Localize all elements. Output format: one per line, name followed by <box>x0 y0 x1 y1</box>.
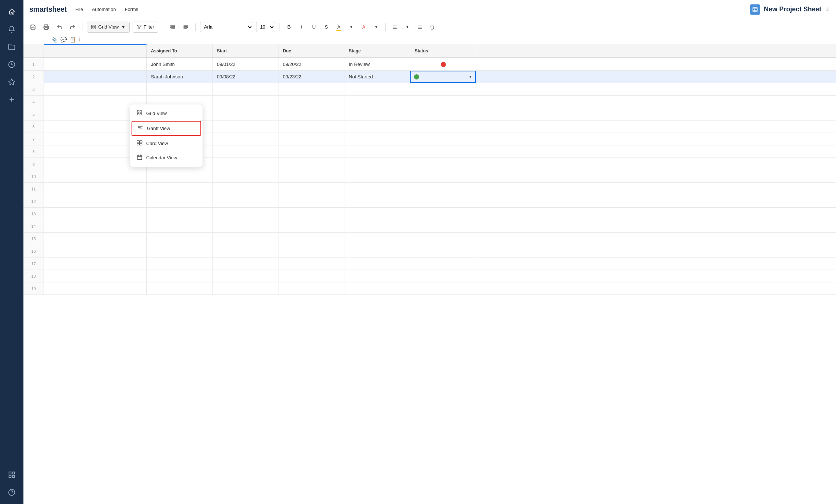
cell-start-7[interactable] <box>212 133 278 145</box>
status-cell-selected[interactable]: ▼ <box>410 71 476 83</box>
cell-start-15[interactable] <box>212 233 278 245</box>
cell-stage-14[interactable] <box>344 220 410 232</box>
cell-primary-2[interactable] <box>44 71 147 83</box>
info-icon[interactable]: ℹ <box>79 37 81 42</box>
italic-button[interactable]: I <box>297 22 306 32</box>
cell-due-15[interactable] <box>278 233 344 245</box>
cell-primary-15[interactable] <box>44 233 147 245</box>
sidebar-folder-icon[interactable] <box>4 40 19 54</box>
cell-stage-8[interactable] <box>344 145 410 158</box>
cell-status-4[interactable] <box>410 96 476 108</box>
cell-start-3[interactable] <box>212 83 278 95</box>
sidebar-star-icon[interactable] <box>4 75 19 89</box>
col-header-stage[interactable]: Stage <box>344 44 410 58</box>
cell-stage-4[interactable] <box>344 96 410 108</box>
cell-primary-13[interactable] <box>44 208 147 220</box>
nav-automation[interactable]: Automation <box>92 5 116 14</box>
cell-stage-3[interactable] <box>344 83 410 95</box>
cell-start-2[interactable]: 09/08/22 <box>212 71 278 83</box>
title-star-icon[interactable]: ☆ <box>825 6 830 13</box>
fill-color-dropdown[interactable]: ▼ <box>347 22 356 32</box>
cell-stage-17[interactable] <box>344 257 410 270</box>
sidebar-plus-icon[interactable] <box>4 92 19 107</box>
cell-start-6[interactable] <box>212 121 278 133</box>
indent-increase-button[interactable] <box>181 22 191 32</box>
cell-assigned-1[interactable]: John Smith <box>147 58 212 70</box>
cell-status-15[interactable] <box>410 233 476 245</box>
comment-icon[interactable]: 💬 <box>60 37 67 42</box>
dropdown-item-card-view[interactable]: Card View <box>132 137 201 150</box>
status-dropdown-arrow[interactable]: ▼ <box>469 75 472 79</box>
cell-due-19[interactable] <box>278 282 344 294</box>
cell-start-16[interactable] <box>212 245 278 257</box>
cell-assigned-14[interactable] <box>147 220 212 232</box>
text-color-button[interactable]: A <box>359 22 369 32</box>
cell-stage-5[interactable] <box>344 108 410 120</box>
cell-status-11[interactable] <box>410 183 476 195</box>
cell-stage-19[interactable] <box>344 282 410 294</box>
cell-primary-14[interactable] <box>44 220 147 232</box>
cell-assigned-15[interactable] <box>147 233 212 245</box>
cell-primary-12[interactable] <box>44 195 147 207</box>
cell-primary-16[interactable] <box>44 245 147 257</box>
dropdown-item-grid-view[interactable]: Grid View <box>132 107 201 120</box>
cell-status-19[interactable] <box>410 282 476 294</box>
cell-due-10[interactable] <box>278 170 344 182</box>
cell-status-3[interactable] <box>410 83 476 95</box>
sidebar-home-icon[interactable] <box>4 4 19 19</box>
font-family-select[interactable]: Arial Times New Roman Courier New <box>200 22 253 32</box>
cell-start-18[interactable] <box>212 270 278 282</box>
wrap-text-button[interactable] <box>415 22 425 32</box>
dropdown-item-calendar-view[interactable]: Calendar View <box>132 151 201 164</box>
cell-status-2[interactable]: ▼ <box>410 71 476 83</box>
sidebar-bell-icon[interactable] <box>4 22 19 37</box>
cell-start-8[interactable] <box>212 145 278 158</box>
cell-start-12[interactable] <box>212 195 278 207</box>
cell-due-8[interactable] <box>278 145 344 158</box>
strikethrough-button[interactable]: S <box>322 22 331 32</box>
fill-color-button[interactable]: A <box>334 22 344 32</box>
cell-assigned-17[interactable] <box>147 257 212 270</box>
cell-assigned-11[interactable] <box>147 183 212 195</box>
col-header-status[interactable]: Status <box>410 44 476 58</box>
nav-file[interactable]: File <box>75 5 83 14</box>
cell-start-13[interactable] <box>212 208 278 220</box>
cell-status-18[interactable] <box>410 270 476 282</box>
clear-format-button[interactable] <box>428 22 437 32</box>
cell-primary-10[interactable] <box>44 170 147 182</box>
cell-primary-17[interactable] <box>44 257 147 270</box>
cell-due-3[interactable] <box>278 83 344 95</box>
sidebar-clock-icon[interactable] <box>4 57 19 72</box>
nav-forms[interactable]: Forms <box>125 5 138 14</box>
filter-button[interactable]: Filter <box>133 22 158 33</box>
col-header-primary[interactable] <box>44 44 147 58</box>
cell-stage-11[interactable] <box>344 183 410 195</box>
cell-status-12[interactable] <box>410 195 476 207</box>
cell-stage-7[interactable] <box>344 133 410 145</box>
cell-assigned-16[interactable] <box>147 245 212 257</box>
cell-primary-19[interactable] <box>44 282 147 294</box>
cell-start-4[interactable] <box>212 96 278 108</box>
cell-start-17[interactable] <box>212 257 278 270</box>
cell-assigned-19[interactable] <box>147 282 212 294</box>
cell-due-18[interactable] <box>278 270 344 282</box>
cell-status-7[interactable] <box>410 133 476 145</box>
cell-status-9[interactable] <box>410 158 476 170</box>
col-header-due[interactable]: Due <box>278 44 344 58</box>
cell-start-19[interactable] <box>212 282 278 294</box>
cell-due-17[interactable] <box>278 257 344 270</box>
cell-start-5[interactable] <box>212 108 278 120</box>
cell-due-14[interactable] <box>278 220 344 232</box>
cell-due-7[interactable] <box>278 133 344 145</box>
cell-status-17[interactable] <box>410 257 476 270</box>
cell-primary-3[interactable] <box>44 83 147 95</box>
cell-status-8[interactable] <box>410 145 476 158</box>
cell-status-1[interactable] <box>410 58 476 70</box>
cell-stage-12[interactable] <box>344 195 410 207</box>
cell-stage-18[interactable] <box>344 270 410 282</box>
bold-button[interactable]: B <box>284 22 294 32</box>
cell-assigned-10[interactable] <box>147 170 212 182</box>
cell-due-12[interactable] <box>278 195 344 207</box>
col-header-start[interactable]: Start <box>212 44 278 58</box>
cell-due-6[interactable] <box>278 121 344 133</box>
